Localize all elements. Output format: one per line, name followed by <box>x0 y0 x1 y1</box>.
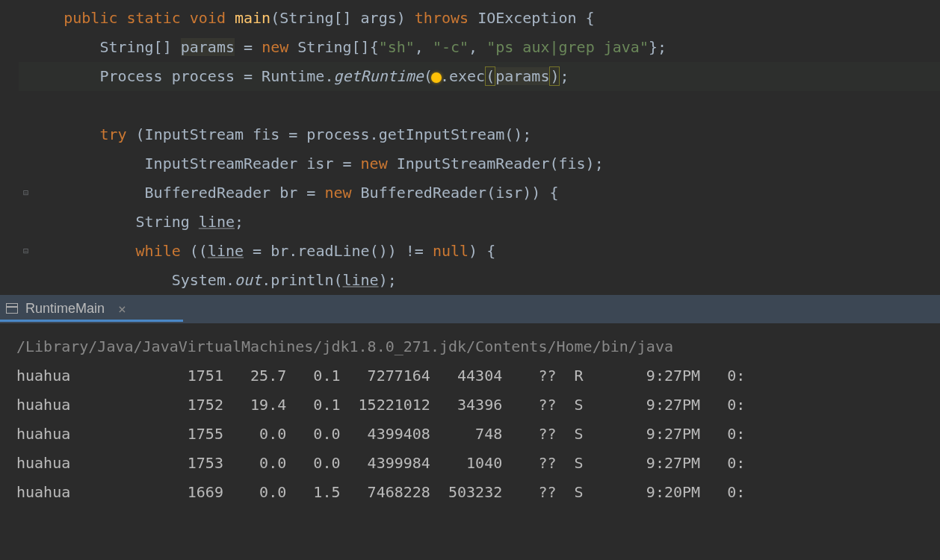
code-token: new <box>324 184 360 202</box>
code-token: public static void <box>64 9 235 27</box>
code-token: String <box>136 213 199 231</box>
console-process-row: huahua 1751 25.7 0.1 7277164 44304 ?? R … <box>16 361 940 391</box>
code-token: (String[] args) <box>270 9 415 27</box>
code-token: new <box>262 38 297 56</box>
code-editor[interactable]: public static void main(String[] args) t… <box>0 0 940 295</box>
code-token: "ps aux|grep java" <box>486 38 649 56</box>
code-token: while <box>136 242 190 260</box>
code-token: line <box>199 213 235 231</box>
code-line[interactable]: String line; <box>19 208 940 237</box>
code-token: new <box>361 155 397 172</box>
code-token: throws <box>415 9 477 27</box>
code-line[interactable]: ⊟ BufferedReader br = new BufferedReader… <box>19 178 940 208</box>
code-token: ; <box>235 213 244 231</box>
code-token: ); <box>379 271 397 289</box>
code-token: try <box>99 125 135 143</box>
code-token: main <box>235 9 270 27</box>
code-token: null <box>433 242 469 260</box>
code-token: = <box>235 38 262 56</box>
code-token: InputStreamReader(fis); <box>397 155 604 172</box>
code-token: BufferedReader(isr)) { <box>361 184 559 202</box>
code-line[interactable]: System.out.println(line); <box>19 266 940 295</box>
console-process-row: huahua 1669 0.0 1.5 7468228 503232 ?? S … <box>16 478 940 507</box>
code-token: = br.readLine()) != <box>244 242 433 260</box>
code-token: IOException { <box>477 9 595 27</box>
code-token: getRuntime <box>333 67 423 85</box>
code-token: ) { <box>469 242 495 260</box>
code-token: (InputStream fis = process.getInputStrea… <box>136 125 532 143</box>
code-token: ( <box>485 66 495 86</box>
code-token: "sh" <box>379 38 415 56</box>
run-config-tab[interactable]: RuntimeMain <box>25 301 105 317</box>
code-token: (( <box>190 242 208 260</box>
close-icon[interactable]: × <box>118 301 126 317</box>
code-line[interactable]: public static void main(String[] args) t… <box>19 4 940 33</box>
console-output[interactable]: /Library/Java/JavaVirtualMachines/jdk1.8… <box>0 323 940 507</box>
code-token: line <box>343 271 379 289</box>
console-process-row: huahua 1755 0.0 0.0 4399408 748 ?? S 9:2… <box>16 420 940 449</box>
code-token: params <box>495 67 549 85</box>
code-token: params <box>181 38 235 56</box>
code-line[interactable]: Process process = Runtime.getRuntime(.ex… <box>19 62 940 91</box>
console-process-row: huahua 1752 19.4 0.1 15221012 34396 ?? S… <box>16 391 940 420</box>
code-token: , <box>469 38 486 56</box>
code-token: String[] <box>99 38 180 56</box>
code-token: ) <box>549 66 560 86</box>
gutter-fold-icon[interactable]: ⊟ <box>23 243 28 260</box>
console-process-row: huahua 1753 0.0 0.0 4399984 1040 ?? S 9:… <box>16 449 940 478</box>
code-line[interactable]: InputStreamReader isr = new InputStreamR… <box>19 149 940 178</box>
code-line[interactable] <box>19 91 940 120</box>
code-token: ; <box>560 67 569 85</box>
code-token: line <box>208 242 244 260</box>
run-panel-header: RuntimeMain × <box>0 295 940 323</box>
console-command-path: /Library/Java/JavaVirtualMachines/jdk1.8… <box>16 332 940 361</box>
code-token: out <box>235 271 262 289</box>
code-token: }; <box>649 38 667 56</box>
code-token: InputStreamReader isr = <box>145 155 361 172</box>
code-token: System. <box>172 271 235 289</box>
code-line[interactable]: ⊟ while ((line = br.readLine()) != null)… <box>19 237 940 266</box>
code-token: "-c" <box>433 38 469 56</box>
code-token: Process process = Runtime. <box>99 67 333 85</box>
gutter-fold-icon[interactable]: ⊟ <box>23 184 28 202</box>
code-token: BufferedReader br = <box>145 184 325 202</box>
panel-icon <box>6 303 18 314</box>
code-line[interactable]: try (InputStream fis = process.getInputS… <box>19 120 940 149</box>
code-token: .println( <box>262 271 342 289</box>
code-token: .exec <box>440 67 485 85</box>
code-line[interactable]: String[] params = new String[]{"sh", "-c… <box>19 33 940 62</box>
code-token: , <box>415 38 433 56</box>
code-token: String[]{ <box>297 38 378 56</box>
